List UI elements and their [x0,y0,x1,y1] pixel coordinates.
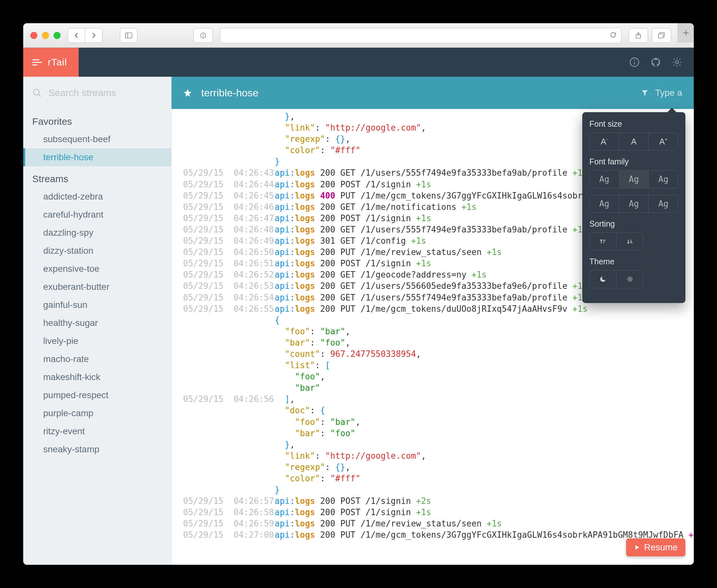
font-family-label: Font family [589,157,678,166]
sidebar-item-exuberant-butter[interactable]: exuberant-butter [23,278,171,296]
log-row: "bar": "foo" [171,428,694,439]
nav-buttons [68,28,103,43]
svg-line-28 [631,281,632,281]
log-row: { [171,315,694,326]
log-timestamp [171,156,275,167]
theme-dark-button[interactable] [589,270,616,288]
back-button[interactable] [68,28,85,43]
resume-button[interactable]: Resume [626,538,686,556]
log-timestamp [171,428,275,439]
log-row: 05/29/15 04:26:59api:logs 200 PUT /1/me/… [171,518,694,529]
favorites-heading: Favorites [23,109,171,130]
sort-desc-button[interactable] [616,232,644,251]
log-row: 05/29/15 04:26:58api:logs 200 POST /1/si… [171,507,694,518]
font-family-option[interactable]: Ag [619,195,649,213]
font-family-option[interactable]: Ag [619,170,649,188]
app-body: Search streams Favorites subsequent-beef… [23,77,694,565]
url-bar[interactable] [220,28,621,43]
sidebar-item-pumped-respect[interactable]: pumped-respect [23,386,171,404]
sidebar-item-dazzling-spy[interactable]: dazzling-spy [23,224,171,242]
sidebar-item-careful-hydrant[interactable]: careful-hydrant [23,206,171,224]
font-size-reset-button[interactable]: A [619,132,649,150]
forward-button[interactable] [85,28,103,43]
maximize-window-icon[interactable] [54,32,61,39]
sidebar-item-terrible-hose[interactable]: terrible-hose [23,148,171,166]
sidebar-item-sneaky-stamp[interactable]: sneaky-stamp [23,440,171,458]
log-message: "foo": "bar", [275,417,694,428]
log-message: "bar": "foo", [275,337,694,349]
log-timestamp [171,349,275,360]
gear-icon[interactable] [671,57,683,68]
svg-point-13 [675,61,678,63]
sidebar-item-gainful-sun[interactable]: gainful-sun [23,296,171,314]
log-message: "foo", [275,371,694,382]
font-family-row-1: Ag Ag Ag [589,170,678,188]
log-timestamp: 05/29/15 04:26:48 [171,224,275,235]
log-timestamp [171,133,275,145]
brand[interactable]: rTail [23,48,79,77]
log-timestamp [171,473,275,484]
sidebar-item-lively-pie[interactable]: lively-pie [23,332,171,350]
font-family-row-2: Ag Ag Ag [589,195,678,213]
sidebar-item-expensive-toe[interactable]: expensive-toe [23,260,171,278]
sidebar-item-purple-camp[interactable]: purple-camp [23,404,171,422]
log-message: ], [275,394,694,405]
font-family-option[interactable]: Ag [649,170,678,188]
svg-point-10 [634,60,635,61]
log-message: api:logs 200 PUT /1/me/review_status/see… [275,518,694,529]
sidebar-item-subsequent-beef[interactable]: subsequent-beef [23,130,171,148]
font-family-option[interactable]: Ag [649,195,678,213]
log-timestamp: 05/29/15 04:26:45 [171,190,275,202]
sidebar-item-addicted-zebra[interactable]: addicted-zebra [23,188,171,206]
reload-icon[interactable] [610,31,617,40]
log-message: "count": 967.2477550338954, [275,349,694,360]
log-message: "link": "http://google.com", [275,450,694,462]
font-family-option[interactable]: Ag [589,170,619,188]
font-size-increase-button[interactable]: A+ [649,132,678,150]
log-timestamp [171,484,275,496]
log-message: } [275,484,694,496]
filter-placeholder[interactable]: Type a [655,88,682,98]
sidebar-toggle-button[interactable] [120,28,138,43]
log-timestamp [171,360,275,371]
minimize-window-icon[interactable] [42,32,49,39]
log-timestamp: 05/29/15 04:26:46 [171,202,275,213]
sidebar-item-makeshift-kick[interactable]: makeshift-kick [23,368,171,386]
log-timestamp [171,462,275,473]
log-row: 05/29/15 04:26:57api:logs 200 POST /1/si… [171,496,694,507]
share-button[interactable] [629,28,648,43]
font-size-decrease-button[interactable]: A- [589,132,619,150]
theme-light-button[interactable] [616,270,644,288]
reader-button[interactable] [193,28,213,43]
sidebar-item-dizzy-station[interactable]: dizzy-station [23,242,171,260]
log-timestamp: 05/29/15 04:26:59 [171,518,275,529]
log-timestamp: 05/29/15 04:26:49 [171,235,275,247]
log-timestamp: 05/29/15 04:26:55 [171,303,275,315]
log-timestamp [171,371,275,382]
new-tab-button[interactable] [678,23,694,43]
log-timestamp: 05/29/15 04:26:54 [171,292,275,303]
log-message: }, [275,439,694,450]
app: rTail Search streams Favorites subsequen… [23,48,694,565]
favorites-list: subsequent-beefterrible-hose [23,130,171,166]
font-family-option[interactable]: Ag [589,195,619,213]
filter-icon[interactable] [641,89,649,97]
sort-asc-button[interactable] [589,232,616,251]
log-timestamp: 05/29/15 04:26:57 [171,496,275,507]
log-row: "color": "#fff" [171,473,694,484]
star-icon[interactable] [183,88,192,97]
sidebar-item-healthy-sugar[interactable]: healthy-sugar [23,314,171,332]
sidebar-item-macho-rate[interactable]: macho-rate [23,350,171,368]
search-streams[interactable]: Search streams [23,77,171,109]
log-row: } [171,484,694,496]
sorting-buttons [589,232,678,251]
info-icon[interactable] [629,57,640,68]
close-window-icon[interactable] [30,32,37,39]
theme-buttons [589,270,678,288]
sidebar-item-ritzy-event[interactable]: ritzy-event [23,422,171,440]
github-icon[interactable] [650,57,661,68]
app-name: rTail [48,57,67,68]
log-message: "regexp": {}, [275,462,694,473]
log-row: "doc": { [171,405,694,416]
tabs-button[interactable] [652,28,671,43]
